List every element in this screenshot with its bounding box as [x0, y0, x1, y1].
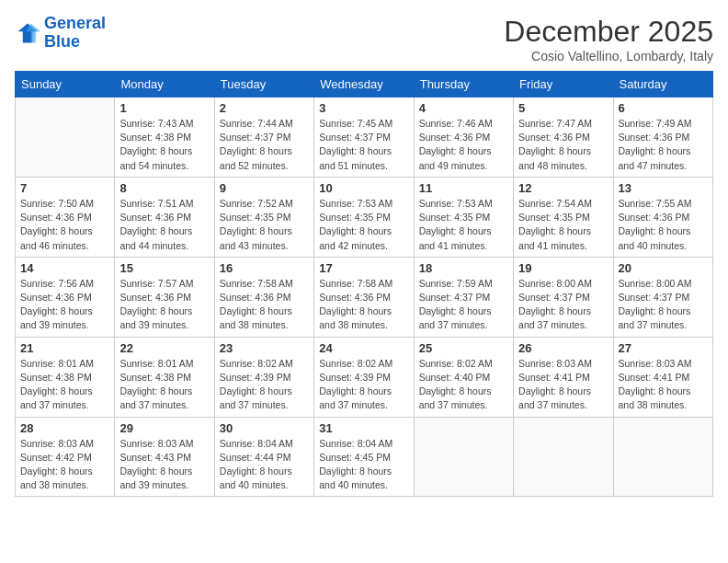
day-info: Sunrise: 7:52 AMSunset: 4:35 PMDaylight:… [220, 197, 309, 253]
day-header-wednesday: Wednesday [314, 72, 414, 98]
day-info: Sunrise: 7:47 AMSunset: 4:36 PMDaylight:… [518, 117, 608, 173]
calendar-cell: 11Sunrise: 7:53 AMSunset: 4:35 PMDayligh… [414, 177, 513, 257]
calendar-cell: 15Sunrise: 7:57 AMSunset: 4:36 PMDayligh… [115, 257, 214, 337]
day-number: 27 [619, 341, 708, 355]
calendar-cell: 25Sunrise: 8:02 AMSunset: 4:40 PMDayligh… [414, 337, 513, 417]
day-number: 31 [319, 421, 408, 435]
day-number: 10 [319, 181, 408, 195]
calendar-table: SundayMondayTuesdayWednesdayThursdayFrid… [15, 71, 713, 497]
day-number: 30 [220, 421, 309, 435]
day-number: 16 [220, 261, 309, 275]
day-number: 11 [419, 181, 508, 195]
day-info: Sunrise: 8:04 AMSunset: 4:44 PMDaylight:… [220, 437, 309, 493]
day-info: Sunrise: 7:45 AMSunset: 4:37 PMDaylight:… [319, 117, 408, 173]
day-header-thursday: Thursday [414, 72, 513, 98]
calendar-cell: 23Sunrise: 8:02 AMSunset: 4:39 PMDayligh… [214, 337, 313, 417]
calendar-cell: 26Sunrise: 8:03 AMSunset: 4:41 PMDayligh… [514, 337, 613, 417]
calendar-cell: 14Sunrise: 7:56 AMSunset: 4:36 PMDayligh… [16, 257, 115, 337]
day-header-sunday: Sunday [16, 72, 115, 98]
day-info: Sunrise: 7:54 AMSunset: 4:35 PMDaylight:… [518, 197, 608, 253]
day-number: 5 [518, 101, 608, 115]
day-header-monday: Monday [115, 72, 214, 98]
day-info: Sunrise: 7:55 AMSunset: 4:36 PMDaylight:… [619, 197, 708, 253]
calendar-cell: 9Sunrise: 7:52 AMSunset: 4:35 PMDaylight… [214, 177, 313, 257]
calendar-cell [16, 98, 115, 178]
day-number: 15 [119, 261, 209, 275]
logo: General Blue [15, 15, 106, 52]
day-number: 3 [319, 101, 408, 115]
calendar-cell: 24Sunrise: 8:02 AMSunset: 4:39 PMDayligh… [314, 337, 414, 417]
day-info: Sunrise: 7:43 AMSunset: 4:38 PMDaylight:… [119, 117, 209, 173]
calendar-cell: 10Sunrise: 7:53 AMSunset: 4:35 PMDayligh… [314, 177, 414, 257]
calendar-week-4: 21Sunrise: 8:01 AMSunset: 4:38 PMDayligh… [16, 337, 713, 417]
day-header-tuesday: Tuesday [214, 72, 313, 98]
calendar-cell: 29Sunrise: 8:03 AMSunset: 4:43 PMDayligh… [115, 417, 214, 497]
logo-line1: General [44, 14, 106, 32]
calendar-cell [613, 417, 712, 497]
logo-text: General Blue [44, 15, 106, 52]
day-number: 12 [518, 181, 608, 195]
calendar-cell: 13Sunrise: 7:55 AMSunset: 4:36 PMDayligh… [613, 177, 712, 257]
day-info: Sunrise: 7:51 AMSunset: 4:36 PMDaylight:… [119, 197, 209, 253]
day-number: 17 [319, 261, 408, 275]
calendar-week-2: 7Sunrise: 7:50 AMSunset: 4:36 PMDaylight… [16, 177, 713, 257]
day-number: 8 [119, 181, 209, 195]
calendar-cell: 2Sunrise: 7:44 AMSunset: 4:37 PMDaylight… [214, 98, 313, 178]
calendar-week-1: 1Sunrise: 7:43 AMSunset: 4:38 PMDaylight… [16, 98, 713, 178]
calendar-cell: 17Sunrise: 7:58 AMSunset: 4:36 PMDayligh… [314, 257, 414, 337]
day-number: 7 [20, 181, 109, 195]
day-number: 19 [518, 261, 608, 275]
day-info: Sunrise: 8:03 AMSunset: 4:41 PMDaylight:… [619, 357, 708, 413]
day-info: Sunrise: 8:03 AMSunset: 4:43 PMDaylight:… [119, 437, 209, 493]
day-number: 14 [20, 261, 109, 275]
calendar-cell: 7Sunrise: 7:50 AMSunset: 4:36 PMDaylight… [16, 177, 115, 257]
header-row: SundayMondayTuesdayWednesdayThursdayFrid… [16, 72, 713, 98]
day-info: Sunrise: 8:04 AMSunset: 4:45 PMDaylight:… [319, 437, 408, 493]
day-number: 22 [119, 341, 209, 355]
logo-icon [15, 20, 40, 46]
day-number: 6 [619, 101, 708, 115]
day-info: Sunrise: 8:00 AMSunset: 4:37 PMDaylight:… [518, 277, 608, 333]
title-block: December 2025 Cosio Valtellino, Lombardy… [504, 15, 713, 63]
calendar-cell: 12Sunrise: 7:54 AMSunset: 4:35 PMDayligh… [514, 177, 613, 257]
day-number: 23 [220, 341, 309, 355]
day-info: Sunrise: 8:02 AMSunset: 4:39 PMDaylight:… [319, 357, 408, 413]
day-number: 24 [319, 341, 408, 355]
location-subtitle: Cosio Valtellino, Lombardy, Italy [504, 49, 713, 63]
calendar-week-3: 14Sunrise: 7:56 AMSunset: 4:36 PMDayligh… [16, 257, 713, 337]
day-info: Sunrise: 7:56 AMSunset: 4:36 PMDaylight:… [20, 277, 109, 333]
day-info: Sunrise: 8:00 AMSunset: 4:37 PMDaylight:… [619, 277, 708, 333]
day-number: 26 [518, 341, 608, 355]
day-info: Sunrise: 8:03 AMSunset: 4:42 PMDaylight:… [20, 437, 109, 493]
day-header-saturday: Saturday [613, 72, 712, 98]
day-number: 2 [220, 101, 309, 115]
logo-line2: Blue [44, 32, 80, 51]
day-number: 18 [419, 261, 508, 275]
day-info: Sunrise: 7:53 AMSunset: 4:35 PMDaylight:… [419, 197, 508, 253]
calendar-cell: 19Sunrise: 8:00 AMSunset: 4:37 PMDayligh… [514, 257, 613, 337]
day-info: Sunrise: 7:44 AMSunset: 4:37 PMDaylight:… [220, 117, 309, 173]
calendar-cell: 3Sunrise: 7:45 AMSunset: 4:37 PMDaylight… [314, 98, 414, 178]
day-header-friday: Friday [514, 72, 613, 98]
calendar-cell: 18Sunrise: 7:59 AMSunset: 4:37 PMDayligh… [414, 257, 513, 337]
page-header: General Blue December 2025 Cosio Valtell… [15, 15, 713, 63]
day-info: Sunrise: 7:46 AMSunset: 4:36 PMDaylight:… [419, 117, 508, 173]
calendar-cell: 21Sunrise: 8:01 AMSunset: 4:38 PMDayligh… [16, 337, 115, 417]
calendar-cell: 5Sunrise: 7:47 AMSunset: 4:36 PMDaylight… [514, 98, 613, 178]
day-info: Sunrise: 7:58 AMSunset: 4:36 PMDaylight:… [220, 277, 309, 333]
day-number: 28 [20, 421, 109, 435]
month-title: December 2025 [504, 15, 713, 49]
calendar-cell: 8Sunrise: 7:51 AMSunset: 4:36 PMDaylight… [115, 177, 214, 257]
day-info: Sunrise: 8:02 AMSunset: 4:39 PMDaylight:… [220, 357, 309, 413]
day-number: 13 [619, 181, 708, 195]
day-info: Sunrise: 8:03 AMSunset: 4:41 PMDaylight:… [518, 357, 608, 413]
calendar-cell [414, 417, 513, 497]
calendar-cell: 4Sunrise: 7:46 AMSunset: 4:36 PMDaylight… [414, 98, 513, 178]
day-number: 21 [20, 341, 109, 355]
calendar-cell: 6Sunrise: 7:49 AMSunset: 4:36 PMDaylight… [613, 98, 712, 178]
day-info: Sunrise: 7:49 AMSunset: 4:36 PMDaylight:… [619, 117, 708, 173]
day-info: Sunrise: 7:58 AMSunset: 4:36 PMDaylight:… [319, 277, 408, 333]
day-number: 25 [419, 341, 508, 355]
day-number: 1 [119, 101, 209, 115]
day-info: Sunrise: 8:01 AMSunset: 4:38 PMDaylight:… [119, 357, 209, 413]
